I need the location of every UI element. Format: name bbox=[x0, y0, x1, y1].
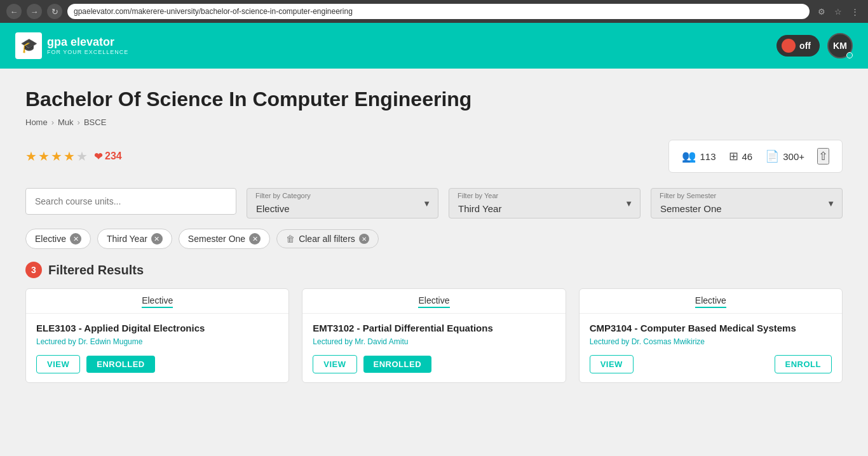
filter-tags-row: Elective ✕ Third Year ✕ Semester One ✕ 🗑… bbox=[25, 229, 843, 249]
card-lecturer-0: Lectured by Dr. Edwin Mugume bbox=[36, 337, 278, 346]
card-lecturer-2: Lectured by Dr. Cosmas Mwikirize bbox=[590, 337, 832, 346]
results-title: Filtered Results bbox=[48, 263, 144, 278]
card-actions-1: VIEW ENROLLED bbox=[313, 355, 555, 373]
breadcrumb-current: BSCE bbox=[84, 117, 106, 127]
browser-chrome: ← → ↻ gpaelevator.com/makerere-universit… bbox=[0, 0, 868, 23]
filters-row: Filter by Category Elective Core ▼ Filte… bbox=[25, 188, 843, 218]
category-filter-wrapper: Filter by Category Elective Core ▼ bbox=[247, 188, 438, 218]
toggle-circle bbox=[782, 39, 796, 53]
results-count-badge: 3 bbox=[25, 262, 42, 278]
star-5: ★ bbox=[76, 149, 88, 164]
breadcrumb: Home › Muk › BSCE bbox=[25, 117, 843, 127]
enrolled-button-0[interactable]: ENROLLED bbox=[86, 356, 155, 373]
pdfs-count: 300+ bbox=[783, 151, 804, 162]
search-input[interactable] bbox=[25, 188, 236, 215]
clear-all-x: ✕ bbox=[359, 234, 369, 244]
enroll-button-2[interactable]: ENROLL bbox=[775, 355, 832, 373]
grid-icon: ⊞ bbox=[729, 149, 738, 163]
card-actions-0: VIEW ENROLLED bbox=[36, 355, 278, 373]
app-header: 🎓 gpa elevator FOR YOUR EXCELLENCE off K… bbox=[0, 23, 868, 69]
students-stat: 👥 113 bbox=[682, 149, 715, 163]
url-text: gpaelevator.com/makerere-university/bach… bbox=[74, 7, 353, 16]
category-filter-select[interactable]: Elective Core bbox=[247, 188, 438, 218]
card-title-2: CMP3104 - Computer Based Medical Systems bbox=[590, 323, 832, 333]
results-header: 3 Filtered Results bbox=[25, 262, 843, 278]
card-body-1: EMT3102 - Partial Differential Equations… bbox=[302, 314, 565, 382]
forward-button[interactable]: → bbox=[27, 4, 42, 19]
tag-third-year-label: Third Year bbox=[107, 234, 147, 244]
card-body-2: CMP3104 - Computer Based Medical Systems… bbox=[580, 314, 842, 382]
breadcrumb-home[interactable]: Home bbox=[25, 117, 48, 127]
clear-all-label: Clear all filters bbox=[299, 234, 355, 244]
courses-count: 46 bbox=[742, 151, 753, 162]
card-type-tab-0: Elective bbox=[26, 289, 288, 314]
card-type-label-2: Elective bbox=[695, 295, 726, 308]
star-2: ★ bbox=[38, 149, 50, 164]
toggle-button[interactable]: off bbox=[776, 35, 820, 57]
heart-count: ❤ 234 bbox=[94, 151, 122, 163]
course-card-2: Elective CMP3104 - Computer Based Medica… bbox=[579, 288, 843, 383]
card-body-0: ELE3103 - Applied Digital Electronics Le… bbox=[26, 314, 288, 382]
bookmark-icon[interactable]: ☆ bbox=[831, 4, 845, 18]
user-initials: KM bbox=[833, 41, 847, 51]
logo-text: gpa elevator bbox=[47, 36, 128, 49]
view-button-2[interactable]: VIEW bbox=[590, 355, 634, 373]
card-type-tab-1: Elective bbox=[302, 289, 565, 314]
card-title-1: EMT3102 - Partial Differential Equations bbox=[313, 323, 555, 333]
logo-subtitle: FOR YOUR EXCELLENCE bbox=[47, 49, 128, 55]
card-lecturer-1: Lectured by Mr. David Amitu bbox=[313, 337, 555, 346]
courses-grid: Elective ELE3103 - Applied Digital Elect… bbox=[25, 288, 843, 383]
menu-icon[interactable]: ⋮ bbox=[848, 4, 862, 18]
star-1: ★ bbox=[25, 149, 37, 164]
tag-third-year: Third Year ✕ bbox=[97, 229, 172, 249]
tag-elective-label: Elective bbox=[35, 234, 66, 244]
stats-box: 👥 113 ⊞ 46 📄 300+ ⇧ bbox=[668, 140, 843, 173]
tag-semester-one-label: Semester One bbox=[188, 234, 245, 244]
courses-stat: ⊞ 46 bbox=[729, 149, 753, 163]
tag-elective: Elective ✕ bbox=[25, 229, 91, 249]
back-button[interactable]: ← bbox=[6, 4, 22, 19]
tag-semester-one-remove[interactable]: ✕ bbox=[249, 233, 261, 245]
card-type-label-1: Elective bbox=[418, 295, 449, 308]
rating-area: ★ ★ ★ ★ ★ ❤ 234 bbox=[25, 149, 122, 164]
logo-icon: 🎓 bbox=[15, 32, 42, 59]
main-content: Bachelor Of Science In Computer Engineer… bbox=[0, 69, 868, 456]
user-badge bbox=[846, 52, 853, 58]
user-avatar[interactable]: KM bbox=[827, 33, 853, 58]
heart-number: 234 bbox=[105, 151, 122, 162]
url-bar[interactable]: gpaelevator.com/makerere-university/bach… bbox=[67, 4, 810, 19]
clear-all-filters-button[interactable]: 🗑 Clear all filters ✕ bbox=[276, 229, 379, 248]
browser-toolbar: ⚙ ☆ ⋮ bbox=[815, 4, 862, 18]
page-title: Bachelor Of Science In Computer Engineer… bbox=[25, 88, 843, 111]
star-3: ★ bbox=[51, 149, 62, 164]
pdfs-stat: 📄 300+ bbox=[765, 149, 804, 163]
card-title-0: ELE3103 - Applied Digital Electronics bbox=[36, 323, 278, 333]
star-4: ★ bbox=[64, 149, 75, 164]
course-card-0: Elective ELE3103 - Applied Digital Elect… bbox=[25, 288, 289, 383]
logo-text-block: gpa elevator FOR YOUR EXCELLENCE bbox=[47, 36, 128, 55]
tag-third-year-remove[interactable]: ✕ bbox=[151, 233, 163, 245]
semester-filter-wrapper: Filter by Semester Semester One Semester… bbox=[651, 188, 843, 218]
semester-filter-select[interactable]: Semester One Semester Two bbox=[651, 188, 843, 218]
refresh-button[interactable]: ↻ bbox=[47, 4, 62, 19]
extensions-icon[interactable]: ⚙ bbox=[815, 4, 829, 18]
pdf-icon: 📄 bbox=[765, 149, 779, 163]
year-filter-wrapper: Filter by Year Third Year First Year Sec… bbox=[449, 188, 641, 218]
header-right: off KM bbox=[776, 33, 853, 58]
toggle-label: off bbox=[799, 41, 811, 51]
stars: ★ ★ ★ ★ ★ bbox=[25, 149, 88, 164]
stats-row: ★ ★ ★ ★ ★ ❤ 234 👥 113 ⊞ 46 📄 300+ bbox=[25, 140, 843, 173]
card-type-tab-2: Elective bbox=[580, 289, 842, 314]
card-actions-2: VIEW ENROLL bbox=[590, 355, 832, 373]
breadcrumb-muk[interactable]: Muk bbox=[58, 117, 74, 127]
tag-elective-remove[interactable]: ✕ bbox=[70, 233, 81, 245]
share-button[interactable]: ⇧ bbox=[817, 148, 829, 164]
enrolled-button-1[interactable]: ENROLLED bbox=[363, 356, 432, 373]
year-filter-select[interactable]: Third Year First Year Second Year Fourth… bbox=[449, 188, 641, 218]
tag-semester-one: Semester One ✕ bbox=[179, 229, 270, 249]
heart-icon: ❤ bbox=[94, 151, 102, 163]
view-button-1[interactable]: VIEW bbox=[313, 355, 356, 373]
students-count: 113 bbox=[700, 151, 715, 162]
view-button-0[interactable]: VIEW bbox=[36, 355, 80, 373]
trash-icon: 🗑 bbox=[286, 234, 295, 244]
